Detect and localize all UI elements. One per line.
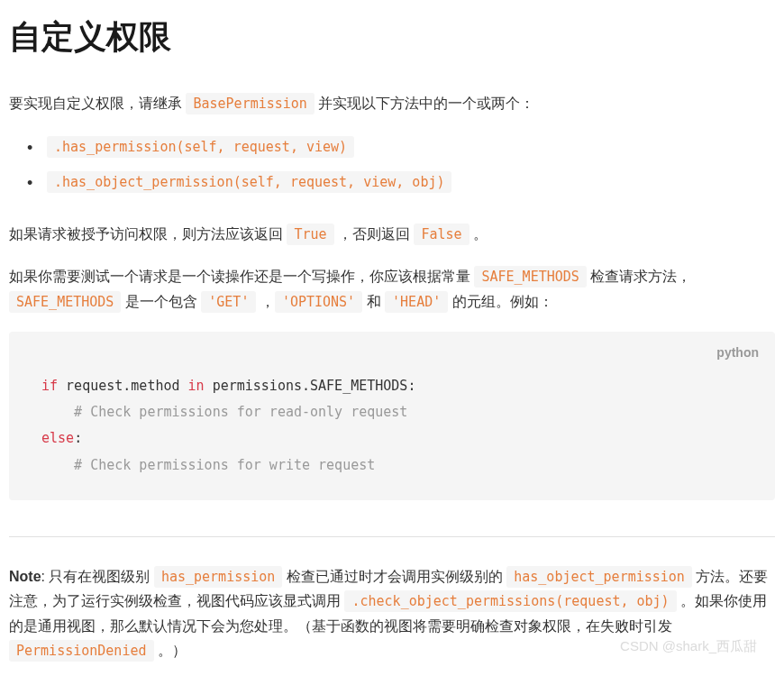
text: 如果请求被授予访问权限，则方法应该返回 [9,226,287,242]
code-text: : [74,430,82,446]
page-title: 自定义权限 [9,9,775,64]
code-safe-methods: SAFE_METHODS [474,266,586,288]
code-has-permission: .has_permission(self, request, view) [47,136,354,158]
return-paragraph: 如果请求被授予访问权限，则方法应该返回 True ，否则返回 False 。 [9,222,775,247]
divider [9,536,775,537]
code-false: False [414,224,469,245]
code-options: 'OPTIONS' [275,291,362,313]
code-comment: # Check permissions for write request [41,457,375,473]
text: 检查请求方法， [587,269,691,284]
text: 和 [362,294,385,309]
code-has-object-permission: .has_object_permission(self, request, vi… [47,171,451,193]
code-check-object-permissions: .check_object_permissions(request, obj) [344,590,676,612]
list-item: .has_object_permission(self, request, vi… [27,169,775,195]
text: 检查已通过时才会调用实例级别的 [282,569,506,584]
text: 要实现自定义权限，请继承 [9,96,186,111]
method-list: .has_permission(self, request, view) .ha… [9,134,775,195]
code-base-permission: BasePermission [186,93,314,114]
code-block: python if request.method in permissions.… [9,332,775,500]
text: ，否则返回 [334,226,415,242]
code-text: permissions.SAFE_METHODS: [205,378,416,394]
text: 是一个包含 [121,294,201,309]
text: ， [256,294,274,309]
code-has-object-permission: has_object_permission [506,566,692,588]
text: 。 [469,226,488,242]
code-has-permission: has_permission [154,566,282,588]
code-comment: # Check permissions for read-only reques… [41,404,407,420]
text: 的元组。例如： [448,294,552,309]
keyword-if: if [41,378,58,394]
safe-methods-paragraph: 如果你需要测试一个请求是一个读操作还是一个写操作，你应该根据常量 SAFE_ME… [9,264,775,314]
intro-paragraph: 要实现自定义权限，请继承 BasePermission 并实现以下方法中的一个或… [9,91,775,116]
code-permission-denied: PermissionDenied [9,640,154,662]
code-head: 'HEAD' [385,291,448,313]
note-label: Note [9,569,41,584]
list-item: .has_permission(self, request, view) [27,134,775,160]
code-get: 'GET' [201,291,256,313]
text: 如果你需要测试一个请求是一个读操作还是一个写操作，你应该根据常量 [9,269,474,284]
code-content: if request.method in permissions.SAFE_ME… [25,373,759,479]
text: 并实现以下方法中的一个或两个： [315,96,534,111]
text: 。） [154,643,187,658]
code-language-label: python [25,343,759,364]
watermark: CSDN @shark_西瓜甜 [620,635,757,658]
code-true: True [287,224,333,245]
keyword-else: else [41,430,74,446]
keyword-in: in [188,378,205,394]
code-safe-methods: SAFE_METHODS [9,291,121,313]
text: : 只有在视图级别 [41,569,154,584]
code-text: request.method [58,378,188,394]
